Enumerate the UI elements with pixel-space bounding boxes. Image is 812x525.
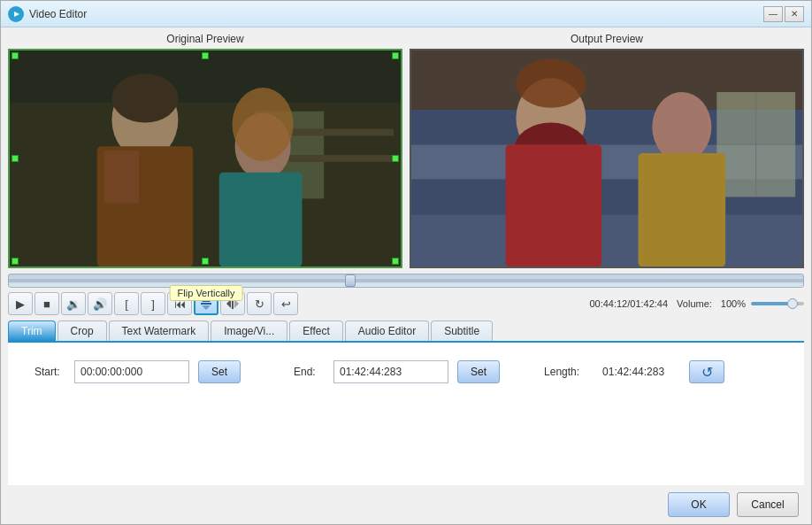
undo-button[interactable]: ↩ (273, 292, 298, 315)
svg-rect-34 (232, 298, 234, 309)
svg-marker-33 (202, 305, 211, 310)
flip-horizontal-button[interactable] (220, 292, 245, 315)
start-set-button[interactable]: Set (198, 360, 241, 383)
svg-rect-30 (411, 50, 802, 266)
previous-button[interactable]: ⏮ (167, 292, 192, 315)
ok-button[interactable]: OK (668, 492, 730, 517)
volume-label: Volume: (677, 298, 712, 309)
end-input[interactable] (333, 360, 448, 383)
original-preview-panel: Original Preview (8, 33, 402, 268)
tab-crop[interactable]: Crop (57, 320, 107, 341)
tab-effect[interactable]: Effect (289, 320, 342, 341)
tabs-area: Trim Crop Text Watermark Image/Vi... Eff… (1, 318, 811, 341)
original-video-frame (8, 49, 402, 268)
mark-in-button[interactable]: [ (114, 292, 139, 315)
original-video-content (10, 50, 401, 266)
original-preview-label: Original Preview (8, 33, 402, 45)
svg-rect-14 (10, 50, 401, 266)
video-editor-window: Video Editor — ✕ Original Preview (0, 0, 812, 525)
window-title: Video Editor (29, 8, 758, 20)
volume-slider-thumb[interactable] (787, 298, 798, 309)
volume-value: 100% (721, 298, 746, 309)
crop-handle-br[interactable] (392, 258, 399, 265)
crop-handle-mr[interactable] (392, 155, 399, 162)
length-label: Length: (544, 366, 579, 378)
output-preview-label: Output Preview (410, 33, 804, 45)
output-preview-panel: Output Preview (410, 33, 804, 268)
controls-bar: ▶ ■ 🔉 🔊 [ ] ⏮ Flip Vertically (1, 290, 811, 318)
timeline-slider[interactable] (8, 274, 804, 288)
volume-up-button[interactable]: 🔊 (88, 292, 112, 315)
tab-trim[interactable]: Trim (8, 320, 56, 341)
slider-thumb[interactable] (345, 274, 356, 287)
crop-handle-tc[interactable] (202, 52, 209, 59)
svg-marker-32 (202, 297, 211, 302)
bottom-buttons-area: OK Cancel (1, 485, 811, 524)
slider-track (9, 279, 803, 282)
trim-start-row: Start: Set End: Set Length: 01:42:44:283… (34, 360, 778, 383)
reset-button[interactable]: ↺ (689, 360, 724, 383)
start-input[interactable] (74, 360, 189, 383)
play-button[interactable]: ▶ (8, 292, 33, 315)
crop-handle-tl[interactable] (11, 52, 19, 59)
cancel-button[interactable]: Cancel (737, 492, 799, 517)
volume-down-button[interactable]: 🔉 (61, 292, 86, 315)
start-label: Start: (34, 366, 65, 378)
minimize-button[interactable]: — (763, 6, 783, 22)
tab-content-trim: Start: Set End: Set Length: 01:42:44:283… (8, 341, 804, 485)
tab-image-video[interactable]: Image/Vi... (211, 320, 287, 341)
app-icon (8, 6, 24, 22)
end-set-button[interactable]: Set (457, 360, 500, 383)
flip-vertical-button[interactable] (194, 292, 218, 315)
stop-button[interactable]: ■ (34, 292, 59, 315)
crop-handle-bc[interactable] (202, 258, 209, 265)
svg-marker-36 (234, 299, 239, 308)
svg-rect-31 (201, 303, 211, 305)
output-video-content (411, 50, 802, 266)
tab-text-watermark[interactable]: Text Watermark (109, 320, 210, 341)
mark-out-button[interactable]: ] (141, 292, 165, 315)
title-bar: Video Editor — ✕ (1, 1, 811, 27)
close-button[interactable]: ✕ (785, 6, 804, 22)
crop-handle-ml[interactable] (11, 155, 19, 162)
crop-handle-tr[interactable] (392, 52, 399, 59)
timeline-area (1, 270, 811, 290)
time-display: 00:44:12/01:42:44 (589, 298, 668, 309)
rotate-button[interactable]: ↻ (247, 292, 272, 315)
flip-h-container: Flip Vertically (194, 292, 218, 315)
svg-marker-35 (226, 299, 231, 308)
tab-subtitle[interactable]: Subtitle (431, 320, 493, 341)
volume-slider[interactable] (751, 302, 804, 305)
end-label: End: (294, 366, 325, 378)
length-value: 01:42:44:283 (602, 366, 664, 378)
output-video-frame (410, 49, 804, 268)
crop-handle-bl[interactable] (11, 258, 19, 265)
title-bar-buttons: — ✕ (763, 6, 804, 22)
tab-audio-editor[interactable]: Audio Editor (345, 320, 429, 341)
